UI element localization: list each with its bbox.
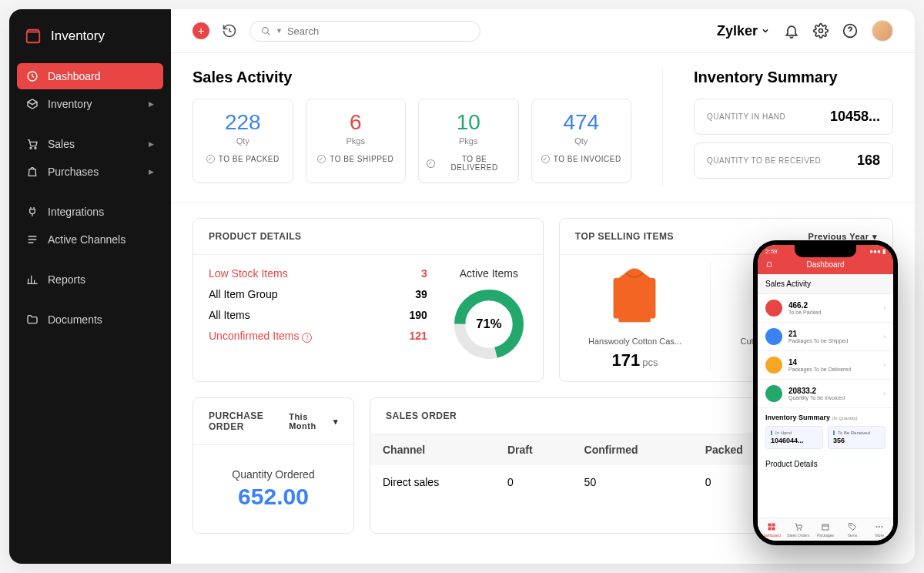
check-icon: ✓	[206, 155, 215, 163]
sidebar-item-integrations[interactable]: Integrations	[17, 199, 163, 225]
sidebar-item-purchases[interactable]: Purchases ▶	[17, 159, 163, 185]
pd-row-unconfirmed[interactable]: Unconfirmed Items!121	[209, 330, 427, 343]
bag-icon	[26, 166, 38, 178]
pd-row-low-stock[interactable]: Low Stock Items3	[209, 267, 427, 280]
stat-card-to-be-invoiced[interactable]: 474 Qty ✓TO BE INVOICED	[531, 99, 632, 183]
purchase-order-panel: PURCHASE ORDER This Month ▾ Quantity Ord…	[192, 397, 354, 534]
topbar: + ▼ Zylker	[171, 9, 915, 53]
sidebar-item-documents[interactable]: Documents	[17, 307, 163, 333]
svg-rect-10	[649, 278, 656, 319]
svg-text:71%: 71%	[476, 317, 502, 331]
svg-rect-9	[614, 278, 621, 319]
sidebar-item-dashboard[interactable]: Dashboard	[17, 63, 163, 89]
phone-sa-item-invoiced[interactable]: 20833.2Quantity To be Invoiced›	[758, 380, 893, 408]
svg-rect-15	[772, 524, 775, 527]
svg-point-19	[800, 530, 801, 531]
phone-product-details-title: Product Details	[758, 454, 893, 471]
product-details-list: Low Stock Items3 All Item Group39 All It…	[209, 267, 427, 366]
check-icon: ✓	[317, 155, 326, 163]
panel-head: PURCHASE ORDER This Month ▾	[193, 398, 353, 445]
search-wrap[interactable]: ▼	[249, 21, 480, 42]
phone-header-title: Dashboard	[807, 260, 845, 269]
caret-down-icon: ▾	[333, 417, 339, 427]
sidebar-item-inventory[interactable]: Inventory ▶	[17, 91, 163, 117]
phone-tab-sales-orders[interactable]: Sales Orders	[785, 518, 812, 541]
stat-value: 6	[314, 110, 398, 135]
org-switcher[interactable]: Zylker	[717, 23, 770, 39]
sales-activity-cards: 228 Qty ✓TO BE PACKED 6 Pkgs ✓TO BE SHIP…	[192, 99, 631, 183]
nav-label: Dashboard	[48, 70, 101, 82]
tag-icon	[848, 522, 857, 531]
svg-point-2	[35, 147, 36, 149]
sales-activity-title: Sales Activity	[192, 69, 631, 86]
phone-tab-items[interactable]: Items	[839, 518, 866, 541]
panel-title: PRODUCT DETAILS	[193, 219, 543, 255]
cart-icon	[26, 138, 38, 150]
help-icon[interactable]	[842, 23, 858, 39]
box-icon	[26, 98, 38, 110]
box-icon	[765, 300, 782, 317]
svg-point-22	[876, 526, 878, 528]
bell-icon[interactable]	[765, 260, 773, 268]
svg-point-21	[851, 525, 852, 526]
nav-label: Reports	[48, 273, 85, 286]
check-icon: ✓	[541, 155, 550, 163]
phone-sa-item-packed[interactable]: 466.2To be Packed›	[758, 294, 893, 323]
item-name: Hanswooly Cotton Cas...	[564, 337, 705, 346]
phone-sa-title: Sales Activity	[758, 274, 893, 294]
summary-value: 168	[857, 152, 880, 169]
top-selling-item[interactable]: Hanswooly Cotton Cas... 171pcs	[560, 261, 711, 370]
chevron-right-icon: ▶	[149, 100, 154, 108]
summary-value: 10458...	[830, 109, 880, 125]
sweater-icon	[608, 266, 661, 327]
stat-unit: Qty	[201, 136, 285, 146]
chevron-right-icon: ▶	[149, 140, 154, 148]
nav-label: Integrations	[48, 206, 104, 218]
stat-card-to-be-delivered[interactable]: 10 Pkgs ✓TO BE DELIVERED	[418, 99, 519, 183]
search-input[interactable]	[287, 25, 469, 37]
bell-icon[interactable]	[784, 23, 799, 39]
sidebar-item-active-channels[interactable]: Active Channels	[17, 226, 163, 253]
summary-label: QUANTITY IN HAND	[707, 112, 785, 121]
avatar[interactable]	[872, 20, 893, 42]
gear-icon[interactable]	[813, 23, 829, 39]
invoice-icon	[765, 385, 782, 402]
phone-tab-packages[interactable]: Packages	[812, 518, 839, 541]
svg-point-3	[263, 27, 269, 33]
more-icon	[875, 522, 884, 531]
phone-inv-sub: (In Quantity)	[832, 416, 858, 421]
add-button[interactable]: +	[192, 22, 209, 39]
stat-card-to-be-packed[interactable]: 228 Qty ✓TO BE PACKED	[192, 99, 293, 183]
sidebar: Inventory Dashboard Inventory ▶ Sales ▶ …	[9, 9, 171, 564]
search-icon	[261, 26, 271, 36]
brand: Inventory	[9, 28, 171, 63]
chevron-down-icon	[761, 26, 770, 35]
pd-row-all-items[interactable]: All Items190	[209, 309, 427, 321]
svg-point-1	[30, 147, 32, 149]
svg-rect-16	[768, 528, 771, 531]
dashboard-icon	[26, 70, 38, 82]
nav-label: Purchases	[48, 166, 99, 178]
phone-tab-more[interactable]: More	[866, 518, 893, 541]
stat-label: ✓TO BE DELIVERED	[427, 155, 511, 172]
history-icon[interactable]	[222, 23, 237, 39]
pd-row-item-group[interactable]: All Item Group39	[209, 288, 427, 300]
nav-label: Sales	[48, 138, 75, 150]
sidebar-item-reports[interactable]: Reports	[17, 266, 163, 293]
phone-tab-dashboard[interactable]: Dashboard	[758, 518, 785, 541]
phone-header: Dashboard	[758, 256, 893, 274]
phone-sa-item-delivered[interactable]: 14Packages To be Delivered›	[758, 351, 893, 380]
phone-sa-item-shipped[interactable]: 21Packages To be Shipped›	[758, 323, 893, 351]
check-icon	[765, 357, 782, 374]
summary-label: QUANTITY TO BE RECEIVED	[707, 156, 821, 165]
phone-inv-title: Inventory Summary	[765, 414, 830, 421]
svg-point-24	[882, 526, 883, 528]
donut-chart-icon: 71%	[450, 286, 527, 363]
warning-icon: !	[302, 333, 312, 343]
topbar-right: Zylker	[717, 20, 893, 42]
purchase-order-filter[interactable]: This Month ▾	[289, 412, 338, 431]
sidebar-item-sales[interactable]: Sales ▶	[17, 131, 163, 157]
dashboard-icon	[767, 522, 776, 531]
stat-card-to-be-shipped[interactable]: 6 Pkgs ✓TO BE SHIPPED	[306, 99, 407, 183]
chevron-right-icon: ›	[883, 333, 886, 340]
